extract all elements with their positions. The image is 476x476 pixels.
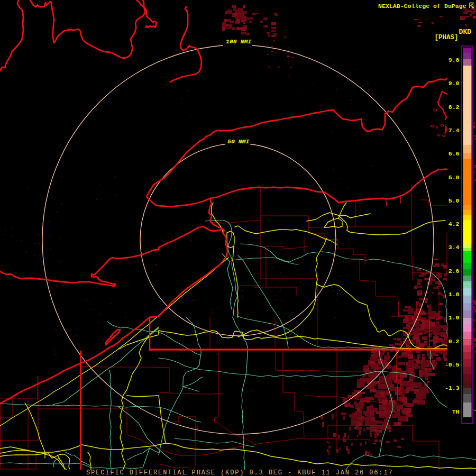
svg-text:SPECIFIC DIFFERENTIAL PHASE (K: SPECIFIC DIFFERENTIAL PHASE (KDP) 0.3 DE… xyxy=(86,469,393,476)
svg-text:100 NMI: 100 NMI xyxy=(226,38,251,45)
svg-text:3.4: 3.4 xyxy=(448,244,460,251)
svg-text:7.4: 7.4 xyxy=(448,127,460,134)
svg-text:1.8: 1.8 xyxy=(448,291,460,298)
svg-text:0.2: 0.2 xyxy=(448,338,460,345)
svg-text:8.2: 8.2 xyxy=(448,104,460,111)
svg-text:TH: TH xyxy=(452,408,460,415)
svg-text:1.0: 1.0 xyxy=(448,314,460,321)
svg-text:-1.3: -1.3 xyxy=(445,385,460,391)
svg-text:-0.5: -0.5 xyxy=(445,361,460,368)
svg-text:6.6: 6.6 xyxy=(448,150,460,157)
svg-text:NEXLAB-College of DuPage: NEXLAB-College of DuPage xyxy=(378,3,466,10)
svg-text:9.8: 9.8 xyxy=(448,57,460,63)
svg-text:50 NMI: 50 NMI xyxy=(227,138,250,145)
svg-text:DKD: DKD xyxy=(459,28,472,36)
svg-text:4.2: 4.2 xyxy=(448,221,460,227)
svg-text:9.0: 9.0 xyxy=(448,80,460,87)
svg-text:2.6: 2.6 xyxy=(448,268,460,274)
svg-text:5.0: 5.0 xyxy=(448,197,460,204)
svg-text:5.8: 5.8 xyxy=(448,174,460,181)
svg-text:[PHAS]: [PHAS] xyxy=(434,34,458,41)
